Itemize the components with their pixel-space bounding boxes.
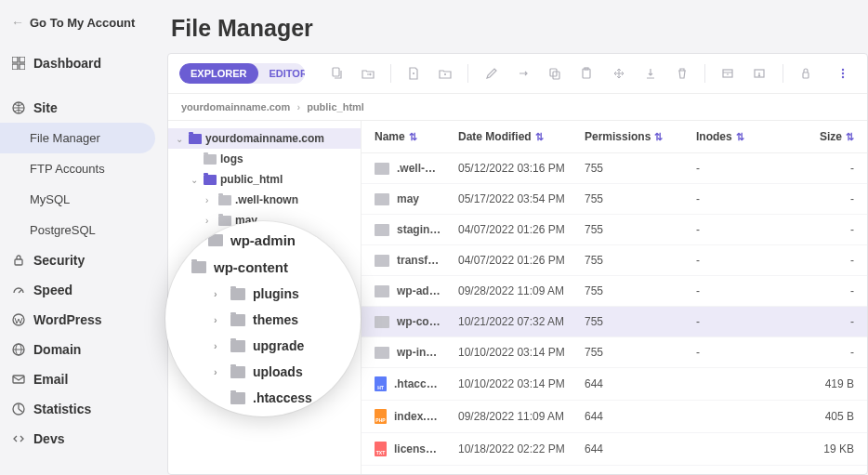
table-row[interactable]: transf…04/07/2022 01:26 PM755--	[362, 245, 867, 276]
zoom-item-upgrade[interactable]: › upgrade	[191, 333, 361, 359]
table-row[interactable]: licens…10/18/2022 02:22 PM64419 KB	[362, 433, 867, 466]
svg-rect-0	[12, 57, 18, 62]
table-row[interactable]: stagin…04/07/2022 01:26 PM755--	[362, 215, 867, 245]
tree-item[interactable]: ⌄public_html	[168, 169, 361, 190]
table-row[interactable]: wp-co…10/21/2022 07:32 AM755--	[362, 307, 867, 337]
folder-icon	[375, 347, 389, 359]
tree-item[interactable]: ›.well-known	[168, 190, 361, 210]
zoom-item-uploads[interactable]: › uploads	[191, 359, 361, 385]
nav-statistics[interactable]: Statistics	[0, 394, 163, 424]
nav-security[interactable]: Security	[0, 245, 163, 275]
table-row[interactable]: may05/17/2022 03:54 PM755--	[362, 184, 867, 215]
cell-perm: 755	[585, 254, 696, 267]
nav-wordpress[interactable]: WordPress	[0, 305, 163, 335]
nav-ftp-accounts[interactable]: FTP Accounts	[0, 153, 163, 184]
sort-icon: ⇅	[654, 131, 663, 143]
copy-icon[interactable]	[547, 65, 562, 82]
new-folder-icon[interactable]	[438, 65, 453, 82]
svg-rect-5	[15, 259, 22, 265]
paste-icon[interactable]	[579, 65, 594, 82]
folder-icon	[230, 366, 245, 378]
cell-date: 10/21/2022 07:32 AM	[458, 315, 585, 328]
cell-size: 19 KB	[798, 442, 854, 455]
tree-item[interactable]: ⌄yourdomainname.com	[168, 128, 361, 149]
more-icon[interactable]	[835, 65, 850, 82]
cell-date: 04/07/2022 01:26 PM	[458, 254, 585, 267]
zoom-item-plugins[interactable]: › plugins	[191, 281, 361, 307]
cell-perm: 755	[585, 223, 696, 236]
svg-rect-1	[20, 57, 25, 62]
table-body: .well-…05/12/2022 03:16 PM755--may05/17/…	[362, 153, 867, 469]
nav-domain[interactable]: Domain	[0, 335, 163, 364]
gauge-icon	[11, 284, 26, 297]
col-date[interactable]: Date Modified⇅	[458, 130, 585, 143]
tab-editor[interactable]: EDITOR	[258, 63, 306, 84]
tab-explorer[interactable]: EXPLORER	[179, 63, 258, 84]
col-size[interactable]: Size⇅	[798, 130, 854, 143]
file-copy-icon[interactable]	[329, 65, 344, 82]
tree-item[interactable]: logs	[168, 149, 361, 169]
svg-point-19	[842, 69, 844, 71]
archive-icon[interactable]	[720, 65, 735, 82]
folder-move-icon[interactable]	[361, 65, 375, 82]
rename-icon[interactable]	[516, 65, 531, 82]
breadcrumb: yourdomainname.com › public_html	[168, 94, 867, 121]
move-icon[interactable]	[611, 65, 625, 82]
nav-domain-label: Domain	[33, 342, 81, 357]
chevron-right-icon: ›	[296, 101, 300, 112]
nav-postgresql[interactable]: PostgreSQL	[0, 215, 163, 245]
sidebar: ← Go To My Account Dashboard Site File M…	[0, 0, 163, 475]
breadcrumb-item[interactable]: yourdomainname.com	[181, 101, 290, 112]
back-label: Go To My Account	[30, 16, 135, 30]
col-name[interactable]: Name⇅	[375, 130, 458, 143]
cell-size: -	[798, 315, 854, 328]
file-name: transf…	[397, 254, 439, 267]
table-row[interactable]: .well-…05/12/2022 03:16 PM755--	[362, 153, 867, 184]
col-inodes[interactable]: Inodes⇅	[696, 130, 798, 143]
toolbar: EXPLORER EDITOR	[168, 54, 867, 94]
download-icon[interactable]	[643, 65, 658, 82]
nav-dashboard[interactable]: Dashboard	[0, 48, 163, 78]
nav-devs[interactable]: Devs	[0, 424, 163, 454]
table-row[interactable]: index.…09/28/2022 11:09 AM644405 B	[362, 401, 867, 433]
delete-icon[interactable]	[675, 65, 690, 82]
table-row[interactable]: .htacc…10/10/2022 03:14 PM644419 B	[362, 368, 867, 401]
folder-icon	[375, 224, 389, 236]
cell-inodes: -	[696, 162, 798, 175]
zoom-item-wp-content[interactable]: wp-content	[191, 254, 361, 281]
col-permissions[interactable]: Permissions⇅	[585, 130, 696, 143]
permissions-icon[interactable]	[797, 65, 812, 82]
nav-mysql[interactable]: MySQL	[0, 184, 163, 215]
folder-icon	[230, 314, 245, 326]
cell-date: 05/12/2022 03:16 PM	[458, 162, 585, 175]
world-icon	[11, 343, 26, 356]
file-table: Name⇅ Date Modified⇅ Permissions⇅ Inodes…	[362, 121, 867, 474]
chart-icon	[11, 402, 26, 416]
nav-speed[interactable]: Speed	[0, 275, 163, 305]
file-name: wp-in…	[397, 346, 437, 359]
cell-date: 10/10/2022 03:14 PM	[458, 377, 585, 390]
lock-icon	[11, 254, 26, 267]
cell-perm: 755	[585, 192, 696, 205]
cell-perm: 755	[585, 284, 696, 297]
nav-site[interactable]: Site	[0, 93, 163, 123]
new-file-icon[interactable]	[406, 65, 421, 82]
nav-wordpress-label: WordPress	[33, 312, 102, 327]
table-row[interactable]: wp-ad…09/28/2022 11:09 AM755--	[362, 276, 867, 307]
folder-icon	[191, 261, 206, 273]
cell-perm: 755	[585, 346, 696, 359]
back-to-account-link[interactable]: ← Go To My Account	[0, 11, 163, 33]
table-row[interactable]: wp-in…10/10/2022 03:14 PM755--	[362, 337, 867, 368]
nav-statistics-label: Statistics	[33, 402, 91, 416]
breadcrumb-item[interactable]: public_html	[307, 101, 364, 112]
chevron-right-icon: ›	[214, 314, 223, 325]
edit-icon[interactable]	[483, 65, 498, 82]
cell-size: -	[798, 223, 854, 236]
chevron-icon: ⌄	[191, 175, 200, 185]
extract-icon[interactable]	[752, 65, 767, 82]
file-name: wp-co…	[397, 315, 441, 328]
zoom-item-themes[interactable]: › themes	[191, 307, 361, 333]
nav-email[interactable]: Email	[0, 364, 163, 394]
nav-file-manager[interactable]: File Manager	[0, 123, 155, 153]
folder-icon	[204, 175, 217, 185]
